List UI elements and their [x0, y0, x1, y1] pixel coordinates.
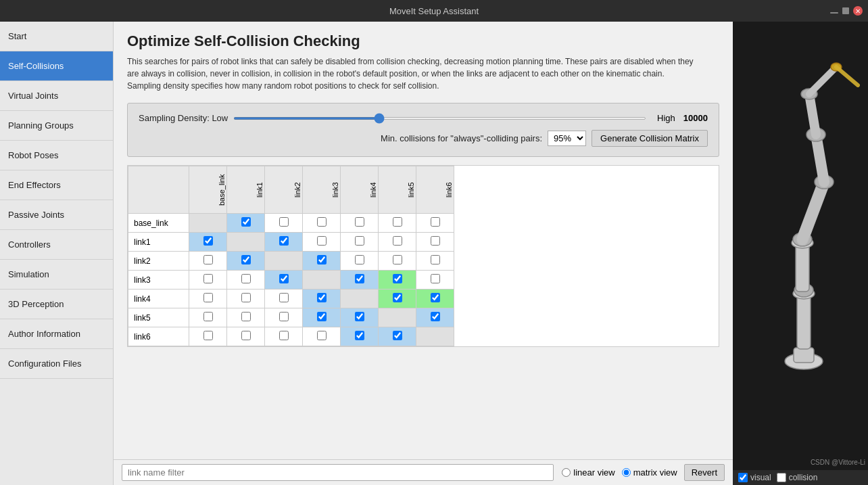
- checkbox-link2-link4[interactable]: [355, 255, 364, 264]
- sidebar-item-configuration-files[interactable]: Configuration Files: [0, 349, 113, 379]
- cell-base_link-link4: [341, 214, 379, 233]
- revert-button[interactable]: Revert: [684, 464, 725, 481]
- collision-checkbox-label[interactable]: collision: [777, 473, 818, 482]
- collision-select[interactable]: 90%95%99%: [548, 131, 586, 146]
- checkbox-link3-link6[interactable]: [431, 274, 440, 283]
- matrix-view-radio-label[interactable]: matrix view: [622, 467, 677, 478]
- row-label-link5: link5: [128, 308, 189, 327]
- checkbox-link6-link4[interactable]: [355, 331, 364, 340]
- checkbox-link1-link3[interactable]: [317, 236, 327, 246]
- visual-checkbox[interactable]: [738, 473, 748, 482]
- checkbox-link4-link1[interactable]: [241, 293, 251, 302]
- visual-checkbox-label[interactable]: visual: [738, 473, 771, 482]
- linear-view-label: linear view: [573, 467, 614, 478]
- generate-collision-matrix-button[interactable]: Generate Collision Matrix: [592, 130, 708, 147]
- sidebar-item-robot-poses[interactable]: Robot Poses: [0, 141, 113, 170]
- linear-view-radio[interactable]: [562, 468, 571, 477]
- checkbox-link4-link6[interactable]: [431, 293, 440, 302]
- checkbox-link6-link1[interactable]: [241, 331, 251, 340]
- checkbox-base_link-link6[interactable]: [431, 217, 440, 227]
- cell-link6-link6: [416, 327, 454, 346]
- checkbox-link6-link3[interactable]: [317, 331, 327, 340]
- cell-link5-link5: [379, 308, 416, 327]
- sampling-label: Sampling Density: Low: [139, 113, 228, 123]
- minimize-button[interactable]: [830, 12, 838, 14]
- checkbox-link6-link5[interactable]: [393, 331, 402, 340]
- checkbox-link3-link1[interactable]: [241, 274, 251, 283]
- matrix-view-radio[interactable]: [622, 468, 631, 477]
- checkbox-link1-link4[interactable]: [355, 236, 364, 246]
- checkbox-link4-link2[interactable]: [279, 293, 289, 302]
- cell-link1-link4: [341, 233, 379, 252]
- checkbox-link1-link6[interactable]: [431, 236, 440, 246]
- checkbox-base_link-link2[interactable]: [279, 217, 289, 227]
- checkbox-link3-base_link[interactable]: [203, 274, 213, 283]
- checkbox-base_link-link3[interactable]: [317, 217, 327, 227]
- checkbox-link5-link6[interactable]: [431, 312, 440, 321]
- checkbox-base_link-link4[interactable]: [355, 217, 364, 227]
- sidebar-item-planning-groups[interactable]: Planning Groups: [0, 111, 113, 141]
- slider-container: [233, 117, 646, 120]
- sidebar-item-passive-joints[interactable]: Passive Joints: [0, 200, 113, 230]
- cell-link5-link4: [341, 308, 379, 327]
- table-row: link1: [128, 233, 454, 252]
- cell-link6-link4: [341, 327, 379, 346]
- sidebar-item-3d-perception[interactable]: 3D Perception: [0, 290, 113, 319]
- row-label-link1: link1: [128, 233, 189, 252]
- link-name-filter-input[interactable]: [122, 464, 554, 481]
- table-row: link5: [128, 308, 454, 327]
- checkbox-link5-link2[interactable]: [279, 312, 289, 321]
- checkbox-base_link-link5[interactable]: [393, 217, 402, 227]
- checkbox-link1-link2[interactable]: [279, 236, 289, 246]
- linear-view-radio-label[interactable]: linear view: [562, 467, 614, 478]
- sampling-slider[interactable]: [233, 117, 646, 120]
- cell-link4-link5: [379, 290, 416, 308]
- collision-checkbox[interactable]: [777, 473, 786, 482]
- table-row: link4: [128, 290, 454, 308]
- collision-matrix-table: base_linklink1link2link3link4link5link6b…: [128, 166, 454, 346]
- row-label-base_link: base_link: [128, 214, 189, 233]
- table-row: link6: [128, 327, 454, 346]
- checkbox-link3-link2[interactable]: [279, 274, 289, 283]
- cell-link3-link5: [379, 271, 416, 290]
- checkbox-link6-base_link[interactable]: [203, 331, 213, 340]
- collision-label: collision: [789, 473, 818, 482]
- checkbox-link2-link3[interactable]: [317, 255, 327, 264]
- checkbox-link5-base_link[interactable]: [203, 312, 213, 321]
- checkbox-link3-link4[interactable]: [355, 274, 364, 283]
- sidebar-item-start[interactable]: Start: [0, 22, 113, 51]
- checkbox-link2-link1[interactable]: [241, 255, 251, 264]
- checkbox-link3-link5[interactable]: [393, 274, 402, 283]
- svg-line-18: [836, 67, 858, 85]
- visual-label: visual: [750, 473, 771, 482]
- sidebar-item-simulation[interactable]: Simulation: [0, 260, 113, 290]
- checkbox-link1-base_link[interactable]: [203, 236, 213, 246]
- cell-link4-link2: [265, 290, 303, 308]
- checkbox-link6-link2[interactable]: [279, 331, 289, 340]
- checkbox-link2-base_link[interactable]: [203, 255, 213, 264]
- checkbox-link4-link5[interactable]: [393, 293, 402, 302]
- sidebar-item-author-information[interactable]: Author Information: [0, 319, 113, 349]
- sidebar-item-controllers[interactable]: Controllers: [0, 230, 113, 260]
- page-description: This searches for pairs of robot links t…: [127, 55, 695, 92]
- cell-link3-link3: [303, 271, 341, 290]
- filter-bar: linear view matrix view Revert: [114, 459, 733, 485]
- checkbox-link1-link5[interactable]: [393, 236, 402, 246]
- checkbox-link4-link3[interactable]: [317, 293, 327, 302]
- sidebar-item-self-collisions[interactable]: Self-Collisions: [0, 51, 113, 81]
- sidebar-item-end-effectors[interactable]: End Effectors: [0, 170, 113, 200]
- view-options: linear view matrix view Revert: [562, 464, 725, 481]
- cell-link6-link5: [379, 327, 416, 346]
- close-button[interactable]: ✕: [853, 6, 863, 16]
- checkbox-base_link-link1[interactable]: [241, 217, 251, 227]
- maximize-button[interactable]: [842, 7, 849, 14]
- cell-base_link-base_link: [189, 214, 227, 233]
- checkbox-link4-base_link[interactable]: [203, 293, 213, 302]
- checkbox-link5-link3[interactable]: [317, 312, 327, 321]
- checkbox-link5-link4[interactable]: [355, 312, 364, 321]
- checkbox-link5-link1[interactable]: [241, 312, 251, 321]
- sidebar-item-virtual-joints[interactable]: Virtual Joints: [0, 81, 113, 111]
- checkbox-link2-link6[interactable]: [431, 255, 440, 264]
- col-header-link1: link1: [227, 166, 265, 214]
- checkbox-link2-link5[interactable]: [393, 255, 402, 264]
